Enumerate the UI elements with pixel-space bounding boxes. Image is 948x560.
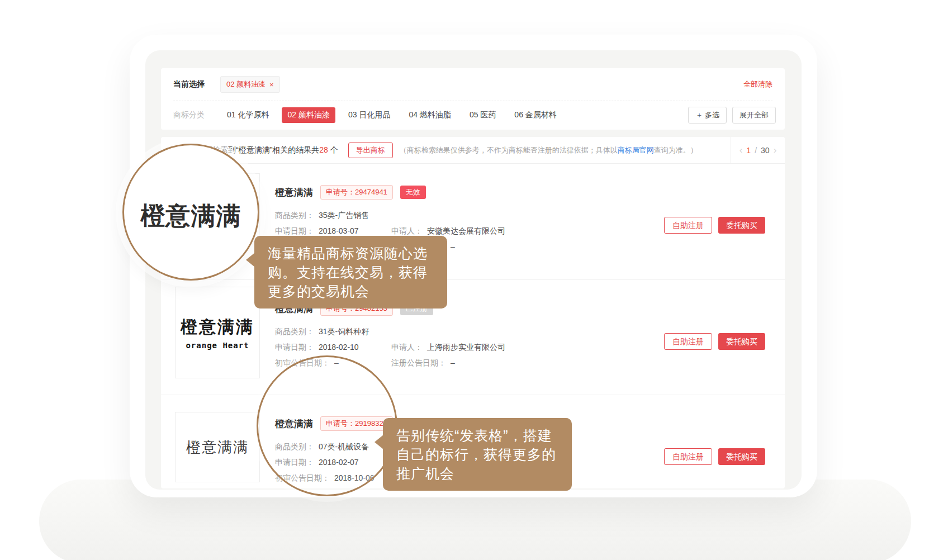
apply-date-line: 申请日期：2018-03-07申请人：安徽美达会展有限公司 (275, 226, 359, 236)
trademark-logo-text: 橙意满满 (186, 438, 249, 457)
total-pages: 30 (761, 146, 770, 155)
results-disclaimer: （商标检索结果仅供参考，不作为商标能否注册的法律依据；具体以商标局官网查询为准。… (400, 145, 698, 155)
reg-pub-value: – (451, 358, 455, 367)
self-register-button[interactable]: 自助注册 (664, 217, 712, 234)
apply-date-line: 申请日期：2018-02-10申请人：上海雨步实业有限公司 (275, 343, 359, 353)
category-item-06[interactable]: 06 金属材料 (509, 107, 562, 123)
selected-filter-tag[interactable]: 02 颜料油漆 × (220, 76, 280, 93)
trademark-office-link[interactable]: 商标局官网 (618, 146, 654, 154)
current-page: 1 (746, 146, 751, 155)
trademark-logo-text: 橙意满满 (181, 316, 254, 339)
disclaimer-text-right: 查询为准。） (654, 146, 698, 154)
row-actions: 自助注册 委托购买 (664, 333, 765, 350)
applicant-value: 上海雨步实业有限公司 (427, 343, 505, 352)
status-badge-invalid: 无效 (400, 186, 426, 199)
tooltip-marketplace-text: 海量精品商标资源随心选购。支持在线交易，获得更多的交易机会 (268, 245, 428, 299)
results-count: 28 (319, 145, 328, 154)
reg-pub-field: 注册公告日期：– (391, 358, 455, 368)
next-page-icon[interactable]: › (774, 145, 777, 156)
tooltip-arrow-left-icon (246, 253, 255, 267)
trademark-logo-subtext: orange Heart (186, 341, 249, 350)
row-actions: 自助注册 委托购买 (664, 217, 765, 234)
application-number-value: 29474941 (355, 188, 387, 196)
export-trademark-button[interactable]: 导出商标 (348, 143, 393, 158)
entrust-buy-button[interactable]: 委托购买 (718, 217, 765, 234)
apply-date-value: 2018-03-07 (319, 226, 359, 235)
category-field-label: 商品类别： (275, 327, 314, 336)
magnifier-circle-bottom (257, 355, 397, 496)
category-item-04[interactable]: 04 燃料油脂 (403, 107, 456, 123)
applicant-field: 申请人：安徽美达会展有限公司 (391, 226, 505, 236)
applicant-label: 申请人： (391, 226, 423, 235)
tooltip-promotion-text: 告别传统“发表格”，搭建自己的标行，获得更多的推广机会 (396, 428, 556, 481)
category-row: 商标分类 01 化学原料 02 颜料油漆 03 日化用品 04 燃料油脂 05 … (173, 101, 776, 130)
row-actions: 自助注册 委托购买 (664, 448, 765, 465)
current-selection-label: 当前选择 (173, 79, 205, 89)
category-item-03[interactable]: 03 日化用品 (343, 107, 396, 123)
current-selection-row: 当前选择 02 颜料油漆 × 全部清除 (173, 68, 772, 101)
reg-pub-value: – (451, 242, 455, 251)
results-summary-suffix: 个 (328, 145, 338, 154)
filter-panel: 当前选择 02 颜料油漆 × 全部清除 商标分类 01 化学原料 02 颜料油漆… (161, 68, 785, 130)
multi-select-button[interactable]: ＋ 多选 (688, 107, 727, 124)
category-line: 商品类别：31类-饲料种籽 (275, 327, 369, 337)
disclaimer-text-left: （商标检索结果仅供参考，不作为商标能否注册的法律依据；具体以 (400, 146, 618, 154)
category-item-02-selected[interactable]: 02 颜料油漆 (282, 107, 335, 123)
category-line: 商品类别：35类-广告销售 (275, 211, 369, 221)
category-item-01[interactable]: 01 化学原料 (221, 107, 274, 123)
applicant-field: 申请人：上海雨步实业有限公司 (391, 343, 505, 353)
magnified-trademark-logo: 橙意满满 (141, 200, 241, 232)
category-label: 商标分类 (173, 110, 205, 120)
entrust-buy-button[interactable]: 委托购买 (718, 333, 765, 350)
magnifier-circle-top: 橙意满满 (122, 144, 259, 281)
results-header: 当前分类下检索到“橙意满满”相关的结果共28 个 导出商标 （商标检索结果仅供参… (161, 137, 785, 164)
apply-date-value: 2018-02-10 (319, 343, 359, 352)
trademark-image-2: 橙意满满 orange Heart (175, 287, 260, 378)
category-item-05[interactable]: 05 医药 (464, 107, 501, 123)
category-field-value: 35类-广告销售 (319, 211, 369, 220)
self-register-button[interactable]: 自助注册 (664, 333, 712, 350)
page-separator: / (755, 146, 757, 155)
reg-pub-label: 注册公告日期： (391, 358, 446, 367)
prev-page-icon[interactable]: ‹ (740, 145, 743, 156)
application-number-pill: 申请号：29474941 (320, 185, 393, 200)
tooltip-promotion: 告别传统“发表格”，搭建自己的标行，获得更多的推广机会 (383, 418, 572, 491)
application-number-label: 申请号： (326, 188, 355, 196)
trademark-image-3: 橙意满满 (175, 412, 260, 482)
selected-filter-tag-label: 02 颜料油漆 (226, 79, 266, 89)
category-field-label: 商品类别： (275, 211, 314, 220)
expand-all-button[interactable]: 展开全部 (732, 107, 776, 124)
self-register-button[interactable]: 自助注册 (664, 448, 712, 465)
apply-date-label: 申请日期： (275, 226, 314, 235)
trademark-title-line: 橙意满满 申请号：29474941 无效 (275, 185, 426, 200)
tooltip-marketplace: 海量精品商标资源随心选购。支持在线交易，获得更多的交易机会 (254, 236, 447, 309)
applicant-value: 安徽美达会展有限公司 (427, 226, 505, 235)
applicant-label: 申请人： (391, 343, 423, 352)
pagination: ‹ 1 / 30 › (731, 137, 785, 163)
category-field-value: 31类-饲料种籽 (319, 327, 369, 336)
apply-date-label: 申请日期： (275, 343, 314, 352)
clear-all-button[interactable]: 全部清除 (743, 79, 772, 89)
remove-filter-icon[interactable]: × (269, 80, 274, 89)
trademark-name[interactable]: 橙意满满 (275, 186, 313, 199)
tooltip-arrow-left-icon (375, 435, 383, 449)
entrust-buy-button[interactable]: 委托购买 (718, 448, 765, 465)
